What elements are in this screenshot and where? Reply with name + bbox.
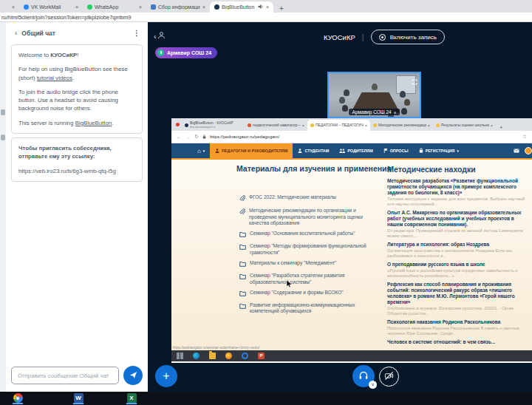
browser-tab-whatsapp[interactable]: WhatsApp × [83, 1, 146, 13]
flag-icon [383, 149, 388, 154]
chat-message-input[interactable] [11, 367, 119, 384]
screenshare-view: BigBlueButton - КУОСиКРвоспроизводится п… [171, 118, 532, 363]
webcam-name: Армавир СОШ 24 [352, 109, 392, 115]
browser-ring-icon [242, 353, 248, 359]
chat-back-icon[interactable]: ‹ [15, 29, 17, 37]
chat-options-kebab-icon[interactable]: ⋮ [133, 29, 140, 37]
close-icon[interactable]: × [75, 4, 78, 10]
taskbar-excel-button[interactable]: X [126, 392, 137, 404]
browser-address-bar[interactable]: ru/html5client/join?sessionToken=ptkplzi… [0, 13, 532, 22]
person-icon [215, 149, 219, 154]
bookmark-star-icon: ☆ [522, 134, 527, 140]
camera-off-icon [384, 371, 394, 383]
talking-indicator[interactable]: Армавир СОШ 24 [155, 47, 217, 58]
welcome-greeting: Welcome to КУОСиКР! [18, 51, 135, 59]
list-item[interactable]: ФГОС 2022: Методические материалы [239, 194, 377, 204]
webcam-video-tile[interactable]: Армавир СОШ 24 ∨ [327, 72, 421, 118]
nav-profile-icon[interactable] [525, 147, 532, 154]
site-favicon [310, 123, 314, 127]
site-favicon [436, 123, 440, 127]
article[interactable]: Опыт А.С. Макаренко по организации образ… [387, 210, 531, 239]
browser-tab-bigbluebutton-active[interactable]: BigBlueButton - КУОСиКР × [210, 1, 273, 13]
headphones-icon [358, 370, 369, 383]
talking-indicator-label: Армавир СОШ 24 [167, 50, 211, 55]
list-item[interactable]: Семинар "Разработка стратегии развития о… [239, 273, 377, 285]
materials-list: ФГОС 2022: Методические материалы Методи… [239, 194, 377, 319]
header-divider: | [362, 33, 364, 41]
bigbluebutton-favicon [185, 123, 188, 127]
audio-device-badge[interactable]: ∨ [369, 381, 377, 389]
taskbar-word-button[interactable]: W [72, 392, 84, 404]
article[interactable]: Психология наказания Родиона Раскольнико… [387, 319, 531, 336]
list-item[interactable]: Семинар "Содержание и формы ВСОКО" [239, 290, 377, 299]
article[interactable]: Человек в системе отношений: в чем связь… [387, 339, 531, 345]
nav-roditelyam[interactable]: РОДИТЕЛЯМ [334, 143, 378, 158]
refresh-icon: ↻ [194, 134, 199, 140]
paperclip-icon [239, 194, 245, 204]
list-item[interactable]: Методические рекомендации по организации… [239, 208, 377, 227]
close-icon[interactable]: × [139, 4, 142, 10]
new-tab-button[interactable]: + [273, 4, 290, 13]
public-chat-panel: ‹ Общий чат ⋮ Welcome to КУОСиКР! For he… [6, 22, 148, 392]
back-icon: ← [177, 135, 182, 140]
close-icon[interactable]: × [12, 4, 15, 10]
status-bar-link: https://pednavigator.ru/seminar-soderzha… [173, 346, 260, 350]
tab-title: VK WorkMail [31, 4, 73, 10]
close-icon[interactable]: × [266, 4, 269, 10]
start-recording-button[interactable]: Включить запись [371, 30, 445, 44]
nav-pedagogam[interactable]: ПЕДАГОГАМ И РУКОВОДИТЕЛЯМ [210, 143, 293, 158]
meeting-title: КУОСиКР [324, 33, 355, 41]
article[interactable]: О преподавании русского языка в школе«Ру… [387, 262, 531, 279]
bigbluebutton-link[interactable]: BigBlueButton [75, 120, 112, 126]
list-item[interactable]: Семинар "Основания воспитательной работы… [239, 231, 377, 239]
webcam-name-dropdown[interactable]: Армавир СОШ 24 ∨ [349, 109, 400, 115]
whatsapp-favicon [87, 4, 92, 10]
tab-audio-speaker-icon[interactable] [258, 4, 264, 10]
audio-join-button[interactable]: ∨ [352, 365, 375, 387]
browser-tab-vk-workmail[interactable]: VK WorkMail × [19, 1, 83, 13]
person-icon [298, 149, 302, 154]
webcam-fullscreen-icon[interactable] [412, 75, 417, 88]
tab-title: Сбор информации по работе [158, 4, 200, 10]
bigbluebutton-app: ‹ Общий чат ⋮ Welcome to КУОСиКР! For he… [0, 22, 532, 392]
folder-icon [239, 231, 246, 239]
list-item[interactable]: Материалы к семинару "Менеджмент" [239, 260, 377, 269]
welcome-help: For help on using BigBlueButton see thes… [18, 65, 135, 82]
tutorial-videos-link[interactable]: tutorial videos [37, 75, 72, 81]
nav-studentam[interactable]: СТУДЕНТАМ [293, 143, 334, 158]
avatar-fragment [1, 109, 5, 115]
paperclip-icon [239, 208, 245, 217]
nav-home[interactable]: ⌂▾ [192, 143, 210, 158]
list-item[interactable]: Развитие информационно-коммуникационных … [239, 302, 377, 315]
windows-start-icon [177, 353, 183, 359]
shared-tab-navigator: педагогический навигатор —× [245, 120, 307, 131]
shared-browser-tab-strip: BigBlueButton - КУОСиКРвоспроизводится п… [171, 118, 532, 131]
nav-oprosy[interactable]: ОПРОСЫ [378, 143, 414, 158]
article[interactable]: Литература и психология: образ НоздреваО… [387, 242, 531, 259]
tab-title: WhatsApp [95, 4, 137, 10]
browser-tab-partial[interactable]: × [0, 1, 19, 13]
invite-link[interactable]: https://veb.iro23.ru/b/6g3-wmb-qfq-l5g [18, 167, 135, 175]
chat-input-row [11, 366, 143, 385]
chrome-icon [13, 393, 23, 403]
userlist-panel-edge [0, 22, 6, 392]
meeting-stage: ‹ КУОСиКР | Включить запись Армавир СОШ … [148, 22, 532, 392]
browser-tab-sbor[interactable]: Сбор информации по работе × [146, 1, 210, 13]
list-item[interactable]: Семинар "Методы формирования функциональ… [239, 243, 377, 256]
bigbluebutton-favicon [214, 4, 219, 10]
share-webcam-button[interactable] [379, 367, 399, 387]
nav-registratsiya[interactable]: РЕГИСТРАЦИЯ ▾ [414, 143, 464, 158]
folder-icon [239, 273, 246, 282]
article[interactable]: Методическая разработка «Развитие функци… [387, 178, 531, 207]
nav-mail[interactable] [510, 143, 523, 158]
caret-down-icon: ▾ [203, 149, 205, 153]
taskbar-chrome-button[interactable] [12, 392, 24, 404]
article[interactable]: Рефлексия как способ планирования и прож… [387, 282, 531, 316]
send-message-button[interactable] [123, 366, 143, 385]
toggle-userlist-button[interactable]: ‹ [154, 31, 166, 41]
address-url: ru/html5client/join?sessionToken=ptkplzi… [1, 14, 131, 21]
close-icon[interactable]: × [202, 4, 205, 10]
microphone-icon [157, 50, 164, 56]
actions-plus-button[interactable]: + [155, 365, 177, 387]
participant-figure [339, 97, 345, 103]
